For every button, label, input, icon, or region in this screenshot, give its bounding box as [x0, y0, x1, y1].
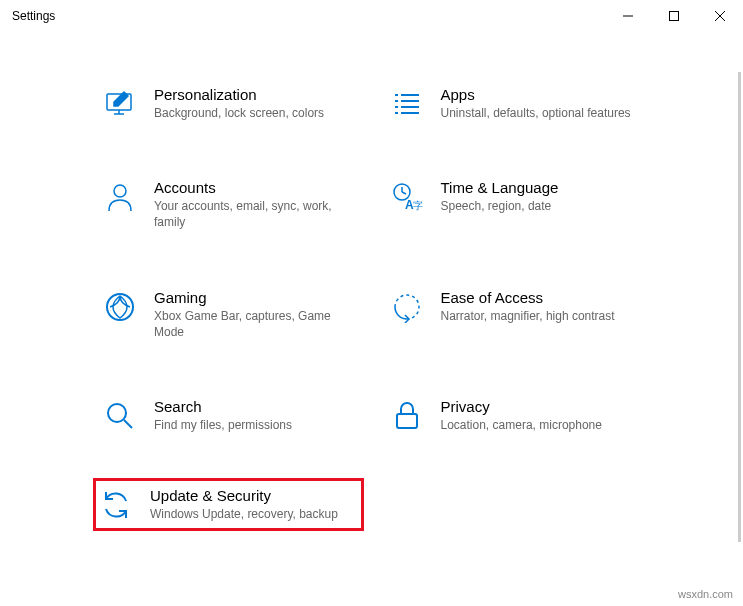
minimize-icon — [623, 11, 633, 21]
scrollbar[interactable] — [738, 72, 741, 542]
gaming-icon — [104, 291, 136, 323]
category-title: Apps — [441, 86, 640, 103]
time-language-icon: A字 — [391, 181, 423, 213]
category-personalization[interactable]: Personalization Background, lock screen,… — [100, 82, 357, 125]
category-title: Ease of Access — [441, 289, 640, 306]
category-title: Personalization — [154, 86, 353, 103]
category-accounts[interactable]: Accounts Your accounts, email, sync, wor… — [100, 175, 357, 234]
category-desc: Find my files, permissions — [154, 417, 353, 433]
window-title: Settings — [12, 9, 605, 23]
watermark: wsxdn.com — [678, 588, 733, 600]
category-text: Ease of Access Narrator, magnifier, high… — [441, 289, 640, 324]
maximize-icon — [669, 11, 679, 21]
search-icon — [104, 400, 136, 432]
category-text: Gaming Xbox Game Bar, captures, Game Mod… — [154, 289, 353, 340]
category-desc: Background, lock screen, colors — [154, 105, 353, 121]
category-desc: Speech, region, date — [441, 198, 640, 214]
titlebar: Settings — [0, 0, 743, 32]
settings-content: Personalization Background, lock screen,… — [0, 32, 743, 542]
category-title: Gaming — [154, 289, 353, 306]
svg-line-23 — [124, 420, 132, 428]
svg-point-15 — [114, 185, 126, 197]
category-privacy[interactable]: Privacy Location, camera, microphone — [387, 394, 644, 437]
category-text: Privacy Location, camera, microphone — [441, 398, 640, 433]
svg-line-18 — [402, 192, 406, 194]
personalization-icon — [104, 88, 136, 120]
svg-rect-1 — [670, 12, 679, 21]
category-time-language[interactable]: A字 Time & Language Speech, region, date — [387, 175, 644, 234]
category-update-security[interactable]: Update & Security Windows Update, recove… — [93, 478, 364, 531]
window-controls — [605, 0, 743, 31]
category-text: Apps Uninstall, defaults, optional featu… — [441, 86, 640, 121]
close-icon — [715, 11, 725, 21]
accounts-icon — [104, 181, 136, 213]
category-text: Personalization Background, lock screen,… — [154, 86, 353, 121]
category-search[interactable]: Search Find my files, permissions — [100, 394, 357, 437]
category-text: Accounts Your accounts, email, sync, wor… — [154, 179, 353, 230]
category-title: Search — [154, 398, 353, 415]
category-text: Search Find my files, permissions — [154, 398, 353, 433]
categories-grid: Personalization Background, lock screen,… — [100, 82, 643, 522]
ease-of-access-icon — [391, 291, 423, 323]
category-text: Update & Security Windows Update, recove… — [150, 487, 357, 522]
category-title: Time & Language — [441, 179, 640, 196]
category-apps[interactable]: Apps Uninstall, defaults, optional featu… — [387, 82, 644, 125]
category-desc: Narrator, magnifier, high contrast — [441, 308, 640, 324]
category-desc: Uninstall, defaults, optional features — [441, 105, 640, 121]
category-desc: Xbox Game Bar, captures, Game Mode — [154, 308, 353, 340]
close-button[interactable] — [697, 0, 743, 32]
category-desc: Windows Update, recovery, backup — [150, 506, 357, 522]
update-security-icon — [100, 489, 132, 521]
category-title: Privacy — [441, 398, 640, 415]
privacy-icon — [391, 400, 423, 432]
category-desc: Location, camera, microphone — [441, 417, 640, 433]
category-gaming[interactable]: Gaming Xbox Game Bar, captures, Game Mod… — [100, 285, 357, 344]
category-ease-of-access[interactable]: Ease of Access Narrator, magnifier, high… — [387, 285, 644, 344]
category-title: Accounts — [154, 179, 353, 196]
apps-icon — [391, 88, 423, 120]
category-text: Time & Language Speech, region, date — [441, 179, 640, 214]
svg-rect-24 — [397, 414, 417, 428]
category-desc: Your accounts, email, sync, work, family — [154, 198, 353, 230]
svg-text:字: 字 — [413, 200, 423, 211]
svg-point-22 — [108, 404, 126, 422]
category-title: Update & Security — [150, 487, 357, 504]
maximize-button[interactable] — [651, 0, 697, 32]
minimize-button[interactable] — [605, 0, 651, 32]
